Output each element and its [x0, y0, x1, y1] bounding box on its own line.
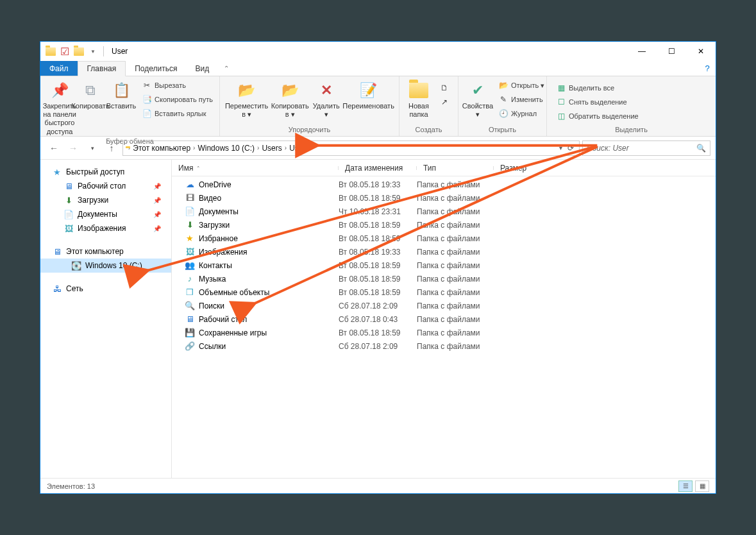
select-none-button[interactable]: ☐Снять выделение	[553, 96, 641, 108]
col-type[interactable]: Тип	[417, 164, 494, 173]
pin-quick-access-button[interactable]: 📌 Закрепить на панели быстрого доступа	[44, 79, 75, 137]
maximize-button[interactable]: ☐	[657, 42, 686, 61]
file-row[interactable]: 🔗СсылкиСб 28.07.18 2:09Папка с файлами	[172, 339, 716, 353]
file-row[interactable]: ♪МузыкаВт 08.05.18 18:59Папка с файлами	[172, 272, 716, 285]
recent-button[interactable]: ▾	[84, 140, 101, 157]
copyto-icon: 📂	[280, 80, 300, 101]
file-row[interactable]: 👥КонтактыВт 08.05.18 18:59Папка с файлам…	[172, 259, 716, 272]
file-type-icon: ❒	[185, 287, 195, 298]
view-details-button[interactable]: ☰	[678, 480, 693, 492]
qat-properties-icon[interactable]: ☑	[60, 46, 70, 56]
copypath-icon: 📑	[142, 94, 152, 105]
qat-newfolder-icon[interactable]	[74, 46, 84, 56]
tab-home[interactable]: Главная	[78, 61, 126, 76]
search-box[interactable]: Поиск: User 🔍	[582, 140, 710, 156]
breadcrumb-seg[interactable]: User	[289, 144, 305, 153]
close-button[interactable]: ✕	[686, 42, 716, 61]
sidebar-item-drive-c[interactable]: 💽Windows 10 (C:)	[40, 259, 171, 273]
sidebar-network[interactable]: 🖧Сеть	[40, 282, 171, 296]
address-bar[interactable]: › Этот компьютер› Windows 10 (C:)› Users…	[122, 140, 580, 156]
new-folder-button[interactable]: Новая папка	[403, 79, 434, 120]
invert-selection-button[interactable]: ◫Обратить выделение	[553, 110, 641, 123]
file-name: Избранное	[199, 234, 238, 243]
pin-icon: 📌	[153, 225, 161, 232]
sidebar-item-documents[interactable]: 📄Документы📌	[40, 207, 171, 221]
edit-icon: ✎	[498, 94, 508, 105]
documents-icon: 📄	[63, 209, 74, 219]
file-type-icon: ☁	[185, 180, 195, 190]
file-name: Рабочий стол	[199, 315, 247, 324]
file-row[interactable]: ★ИзбранноеВт 08.05.18 18:59Папка с файла…	[172, 232, 716, 245]
copy-to-button[interactable]: 📂Копировать в ▾	[269, 79, 310, 120]
sidebar-this-pc[interactable]: 🖥Этот компьютер	[40, 244, 171, 259]
file-type: Папка с файлами	[417, 315, 494, 324]
move-to-button[interactable]: 📂Переместить в ▾	[224, 79, 269, 120]
file-type-icon: 💾	[185, 328, 195, 338]
sidebar-item-desktop[interactable]: 🖥Рабочий стол📌	[40, 179, 171, 193]
easy-access-button[interactable]: ↗	[437, 96, 452, 108]
file-row[interactable]: 🖼ИзображенияВт 08.05.18 19:33Папка с фай…	[172, 245, 716, 259]
paste-button[interactable]: 📋 Вставить	[106, 79, 137, 112]
select-all-button[interactable]: ▦Выделить все	[553, 81, 641, 94]
rename-button[interactable]: 📝Переименовать	[342, 79, 395, 112]
edit-button[interactable]: ✎Изменить	[496, 93, 547, 106]
tab-file[interactable]: Файл	[40, 61, 78, 76]
cut-button[interactable]: ✂Вырезать	[139, 79, 215, 92]
col-name[interactable]: Имя˄	[172, 164, 339, 173]
delete-button[interactable]: ✕Удалить ▾	[310, 79, 342, 120]
file-row[interactable]: 💾Сохраненные игрыВт 08.05.18 18:59Папка …	[172, 326, 716, 339]
minimize-button[interactable]: ―	[627, 42, 657, 61]
col-size[interactable]: Размер	[494, 164, 545, 173]
file-type-icon: ♪	[185, 274, 195, 284]
forward-button[interactable]: →	[65, 140, 81, 157]
breadcrumb-seg[interactable]: Windows 10 (C:)	[197, 144, 255, 153]
file-name: Контакты	[199, 261, 232, 270]
cut-icon: ✂	[142, 80, 152, 90]
copy-path-button[interactable]: 📑Скопировать путь	[139, 93, 215, 106]
history-button[interactable]: 🕘Журнал	[496, 107, 547, 120]
paste-shortcut-button[interactable]: 📄Вставить ярлык	[139, 107, 215, 120]
file-row[interactable]: ⬇ЗагрузкиВт 08.05.18 18:59Папка с файлам…	[172, 218, 716, 232]
tab-share[interactable]: Поделиться	[126, 61, 186, 76]
view-icons-button[interactable]: ▦	[695, 480, 709, 492]
newitem-icon: 🗋	[439, 83, 449, 93]
file-row[interactable]: ❒Объемные объектыВт 08.05.18 18:59Папка …	[172, 285, 716, 299]
pin-icon: 📌	[153, 197, 161, 204]
pictures-icon: 🖼	[63, 223, 74, 234]
breadcrumb-seg[interactable]: Этот компьютер	[133, 144, 190, 153]
desktop-icon: 🖥	[63, 181, 74, 191]
sidebar-item-downloads[interactable]: ⬇Загрузки📌	[40, 193, 171, 207]
help-button[interactable]: ?	[699, 61, 716, 76]
copy-button[interactable]: ⧉ Копировать	[75, 79, 106, 112]
file-row[interactable]: 🔍ПоискиСб 28.07.18 2:09Папка с файлами	[172, 299, 716, 312]
pin-icon: 📌	[153, 183, 161, 190]
up-button[interactable]: ↑	[103, 140, 120, 157]
explorer-window: ☑ ▼ User ― ☐ ✕ Файл Главная Поделиться В…	[40, 41, 716, 494]
addr-dropdown-icon[interactable]: ▾	[559, 144, 562, 151]
file-date: Вт 08.05.18 18:59	[339, 194, 417, 203]
col-date[interactable]: Дата изменения	[339, 164, 417, 173]
file-list-area: Имя˄ Дата изменения Тип Размер ☁OneDrive…	[172, 160, 716, 478]
tab-view[interactable]: Вид	[186, 61, 218, 76]
breadcrumb-seg[interactable]: Users	[262, 144, 281, 153]
file-type-icon: 🔗	[185, 341, 195, 352]
file-row[interactable]: ☁OneDriveВт 08.05.18 19:33Папка с файлам…	[172, 178, 716, 191]
group-label-organize: Упорядочить	[220, 126, 399, 136]
open-button[interactable]: 📂Открыть ▾	[496, 79, 547, 92]
refresh-button[interactable]: ⟳	[567, 144, 574, 153]
properties-button[interactable]: ✔Свойства ▾	[462, 79, 493, 120]
sidebar-item-pictures[interactable]: 🖼Изображения📌	[40, 221, 171, 235]
search-icon: 🔍	[696, 144, 706, 153]
qat-dropdown-icon[interactable]: ▼	[88, 46, 98, 56]
sidebar-quick-access[interactable]: ★Быстрый доступ	[40, 165, 171, 179]
file-type-icon: 🔍	[185, 301, 195, 311]
drive-icon: 💽	[71, 260, 81, 271]
file-row[interactable]: 🖥Рабочий столСб 28.07.18 0:43Папка с фай…	[172, 312, 716, 326]
file-row[interactable]: 🎞ВидеоВт 08.05.18 18:59Папка с файлами	[172, 191, 716, 205]
back-button[interactable]: ←	[46, 140, 62, 157]
file-name: Видео	[199, 194, 221, 203]
new-item-button[interactable]: 🗋	[437, 81, 452, 94]
file-name: Музыка	[199, 275, 226, 284]
ribbon-collapse-button[interactable]: ⌃	[218, 61, 235, 76]
file-row[interactable]: 📄ДокументыЧт 10.05.18 23:31Папка с файла…	[172, 205, 716, 218]
